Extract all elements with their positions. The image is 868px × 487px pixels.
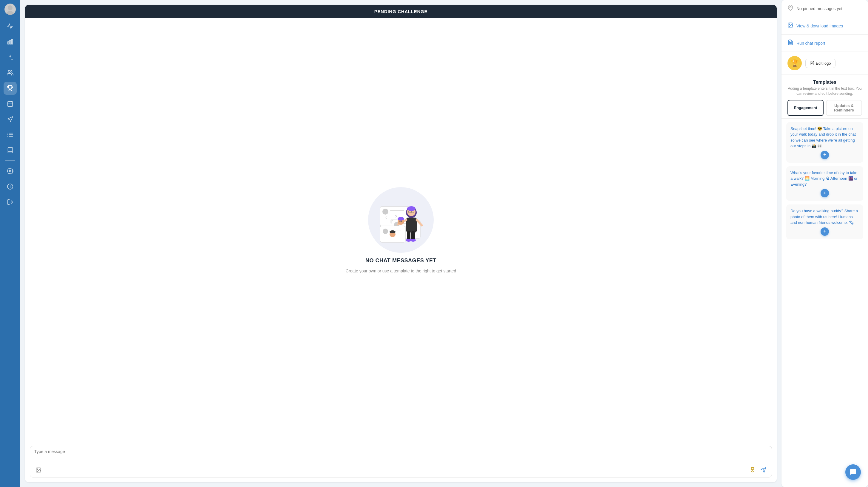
chat-input-wrapper	[30, 446, 772, 478]
sidebar-item-calendar[interactable]	[4, 97, 17, 110]
template-card-3-text: Do you have a walking buddy? Share a pho…	[790, 208, 859, 226]
svg-point-47	[410, 239, 416, 242]
pinned-label: No pinned messages yet	[797, 6, 842, 11]
svg-point-53	[390, 230, 396, 233]
svg-point-59	[790, 6, 791, 8]
svg-point-22	[382, 208, 389, 215]
chat-body: ¿ ? 2 Answer	[25, 18, 777, 442]
sidebar-item-info[interactable]	[4, 180, 17, 193]
tab-updates-reminders[interactable]: Updates & Reminders	[826, 100, 862, 116]
chat-toolbar	[34, 466, 768, 474]
report-icon	[787, 39, 794, 47]
chat-illustration: ¿ ? 2 Answer	[368, 187, 434, 253]
template-add-button-2[interactable]: +	[820, 189, 829, 197]
sidebar-item-logout[interactable]	[4, 196, 17, 208]
edit-logo-button[interactable]: Edit logo	[805, 59, 836, 68]
no-messages-title: NO CHAT MESSAGES YET	[365, 258, 436, 264]
svg-point-61	[789, 24, 790, 25]
medal-button[interactable]	[748, 466, 757, 474]
svg-point-37	[407, 206, 415, 211]
chat-header: PENDING CHALLENGE	[25, 5, 777, 18]
svg-rect-2	[8, 42, 9, 44]
svg-point-5	[8, 70, 10, 72]
svg-rect-6	[8, 102, 13, 107]
template-add-button-3[interactable]: +	[820, 227, 829, 236]
right-panel: No pinned messages yet View & download i…	[781, 0, 868, 487]
chat-input-area	[25, 442, 777, 482]
template-card-1-text: Snapshot time! 😎 Take a picture on your …	[790, 126, 859, 149]
image-upload-button[interactable]	[34, 466, 43, 474]
svg-point-1	[6, 11, 14, 15]
chat-panel: PENDING CHALLENGE ¿ ? 2 Answer	[25, 5, 777, 482]
template-card-2-text: What's your favorite time of day to take…	[790, 170, 859, 188]
sidebar	[0, 0, 20, 487]
logo-section: 🏆 Edit logo	[781, 52, 868, 75]
sidebar-item-challenge[interactable]	[4, 82, 17, 95]
images-icon	[787, 22, 794, 30]
templates-tabs: Engagement Updates & Reminders	[787, 100, 862, 116]
chat-toolbar-right	[748, 466, 768, 474]
view-images-section[interactable]: View & download images	[781, 17, 868, 35]
run-report-section[interactable]: Run chat report	[781, 35, 868, 52]
run-report-link[interactable]: Run chat report	[797, 41, 825, 45]
tab-engagement[interactable]: Engagement	[787, 100, 824, 116]
svg-point-51	[401, 221, 402, 222]
pin-icon	[787, 5, 794, 12]
send-button[interactable]	[759, 466, 768, 474]
sidebar-item-settings[interactable]	[4, 164, 17, 177]
template-add-button-1[interactable]: +	[820, 151, 829, 159]
edit-logo-label: Edit logo	[816, 61, 831, 66]
message-input[interactable]	[34, 449, 768, 463]
templates-list: Snapshot time! 😎 Take a picture on your …	[781, 119, 868, 487]
sidebar-item-ai[interactable]	[4, 51, 17, 64]
view-images-link[interactable]: View & download images	[797, 24, 843, 28]
template-card-2: What's your favorite time of day to take…	[786, 166, 863, 201]
svg-text:?: ?	[395, 215, 397, 219]
sidebar-item-chart[interactable]	[4, 35, 17, 48]
chat-bubble-button[interactable]	[845, 464, 861, 480]
svg-rect-4	[12, 39, 13, 44]
svg-point-0	[8, 5, 12, 10]
templates-title: Templates	[787, 79, 862, 85]
sidebar-item-people[interactable]	[4, 66, 17, 79]
svg-point-33	[383, 229, 388, 234]
templates-section: Templates Adding a template enters it in…	[781, 75, 868, 119]
sidebar-item-list[interactable]	[4, 128, 17, 141]
svg-rect-41	[406, 218, 417, 232]
sidebar-item-book[interactable]	[4, 144, 17, 157]
sidebar-item-megaphone[interactable]	[4, 113, 17, 126]
template-card-3: Do you have a walking buddy? Share a pho…	[786, 204, 863, 239]
svg-point-16	[9, 170, 11, 172]
chat-toolbar-left	[34, 466, 43, 474]
templates-subtitle: Adding a template enters it in the text …	[787, 86, 862, 96]
sidebar-item-activity[interactable]	[4, 20, 17, 33]
sidebar-divider	[5, 160, 15, 161]
svg-point-55	[37, 469, 38, 470]
trophy-emoji: 🏆	[791, 59, 799, 67]
svg-point-50	[399, 221, 401, 222]
svg-text:¿: ¿	[385, 215, 388, 219]
svg-point-49	[398, 217, 404, 221]
main-content: PENDING CHALLENGE ¿ ? 2 Answer	[20, 0, 781, 487]
avatar[interactable]	[4, 4, 16, 15]
logo-trophy: 🏆	[787, 56, 802, 70]
no-messages-subtitle: Create your own or use a template to the…	[346, 268, 456, 273]
pinned-messages-section[interactable]: No pinned messages yet	[781, 0, 868, 17]
svg-rect-3	[9, 40, 11, 44]
template-card-1: Snapshot time! 😎 Take a picture on your …	[786, 122, 863, 163]
